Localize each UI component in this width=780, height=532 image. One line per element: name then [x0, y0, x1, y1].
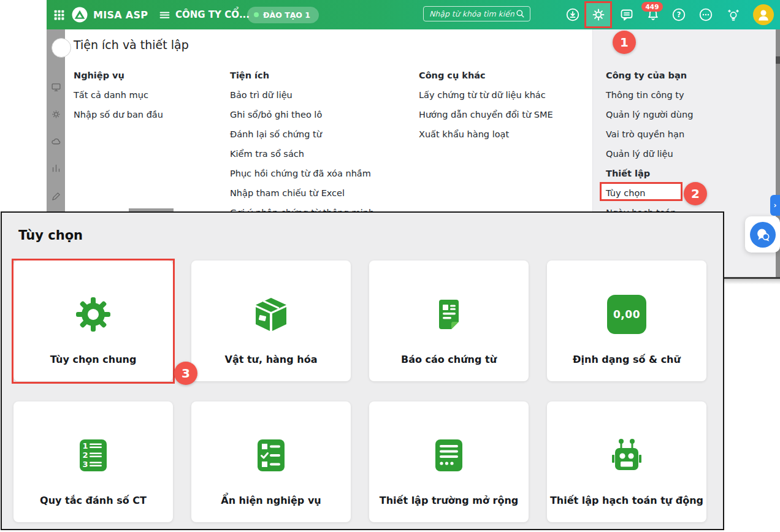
svg-text:1: 1: [82, 441, 88, 450]
annotation-step-1: 1: [613, 31, 636, 54]
menu-item-quan-ly-du-lieu[interactable]: Quản lý dữ liệu: [606, 144, 693, 164]
section-header: Thiết lập: [606, 164, 693, 183]
company-name[interactable]: CÔNG TY CỔ...: [175, 0, 250, 29]
expand-side-tab[interactable]: ›: [770, 195, 780, 216]
menu-item[interactable]: Lấy chứng từ từ dữ liệu khác: [419, 85, 553, 105]
apps-grid-icon[interactable]: [53, 0, 66, 29]
column-header: Công cụ khác: [419, 66, 553, 85]
card-thiet-lap-hach-toan-tu-dong[interactable]: Thiết lập hạch toán tự động: [547, 401, 706, 522]
card-label: Ẩn hiện nghiệp vụ: [191, 495, 351, 506]
document-icon: [369, 295, 529, 334]
card-quy-tac-danh-so-ct[interactable]: 1 2 3 Quy tắc đánh số CT: [13, 401, 173, 522]
pen-icon[interactable]: [51, 191, 61, 202]
search-input[interactable]: [429, 9, 514, 18]
card-dinh-dang-so-chu[interactable]: 0,00 Định dạng số & chữ: [547, 260, 706, 381]
dropdown-column-tien-ich: Tiện ích Bảo trì dữ liệuGhi sổ/bỏ ghi th…: [230, 66, 374, 222]
svg-text:3: 3: [82, 460, 88, 469]
annotation-box-gear: [584, 1, 612, 28]
search-box[interactable]: [423, 6, 530, 21]
robot-icon: [547, 436, 706, 475]
card-label: Thiết lập trường mở rộng: [369, 495, 529, 506]
column-header: Tiện ích: [230, 66, 374, 85]
number-format-icon: 0,00: [547, 295, 706, 334]
checklist-icon: [191, 436, 351, 475]
card-label: Vật tư, hàng hóa: [191, 354, 351, 365]
panel-collapse-button[interactable]: [52, 38, 71, 58]
menu-hamburger-icon[interactable]: [158, 0, 171, 29]
monitor-icon[interactable]: [51, 82, 61, 93]
user-avatar[interactable]: [753, 4, 774, 25]
misa-logo-icon: [72, 0, 88, 29]
card-label: Quy tắc đánh số CT: [13, 495, 173, 506]
menu-item[interactable]: Xuất khẩu hàng loạt: [419, 124, 553, 144]
numbered-list-icon: 1 2 3: [13, 436, 173, 475]
annotation-box-tuy-chon-chung: [12, 259, 175, 384]
box-3d-icon: [191, 295, 351, 334]
menu-item[interactable]: Đánh lại số chứng từ: [230, 124, 374, 144]
modal-title: Tùy chọn: [18, 228, 83, 243]
menu-item[interactable]: Tất cả danh mục: [74, 85, 163, 105]
search-icon[interactable]: [514, 8, 526, 20]
dropdown-title: Tiện ích và thiết lập: [74, 38, 189, 51]
menu-item[interactable]: Bảo trì dữ liệu: [230, 85, 374, 105]
more-options-icon[interactable]: [698, 7, 713, 22]
dropdown-column-cong-cu-khac: Công cụ khác Lấy chứng từ từ dữ liệu khá…: [419, 66, 553, 144]
messenger-icon[interactable]: [750, 222, 776, 248]
notification-count-badge: 449: [641, 2, 663, 12]
top-bar: MISA ASP CÔNG TY CỔ... ĐÀO TẠO 1: [47, 0, 780, 29]
svg-text:?: ?: [677, 10, 681, 19]
download-icon[interactable]: [565, 7, 580, 22]
menu-item-vai-tro-quyen-han[interactable]: Vai trò quyền hạn: [606, 124, 693, 144]
extended-fields-icon: [369, 436, 529, 475]
chart-icon[interactable]: [51, 163, 61, 173]
menu-item-quan-ly-nguoi-dung[interactable]: Quản lý người dùng: [606, 105, 693, 124]
screen: MISA ASP CÔNG TY CỔ... ĐÀO TẠO 1: [0, 0, 780, 532]
card-vat-tu-hang-hoa[interactable]: Vật tư, hàng hóa: [191, 260, 351, 381]
menu-item[interactable]: Phục hồi chứng từ đã xóa nhầm: [230, 164, 374, 183]
menu-item-thong-tin-cong-ty[interactable]: Thông tin công ty: [606, 85, 693, 105]
dropdown-column-nghiep-vu: Nghiệp vụ Tất cả danh mụcNhập số dư ban …: [74, 66, 163, 124]
gear-outline-icon[interactable]: [51, 109, 61, 120]
menu-item[interactable]: Nhập số dư ban đầu: [74, 105, 163, 124]
menu-item[interactable]: Hướng dẫn chuyển đổi từ SME: [419, 105, 553, 124]
support-chat-widget[interactable]: [745, 216, 780, 253]
chat-icon[interactable]: [619, 7, 634, 22]
whats-new-lamp-icon[interactable]: [726, 7, 741, 22]
menu-item-tuy-chon[interactable]: Tùy chọn: [606, 183, 693, 203]
menu-item[interactable]: Kiểm tra sổ sách: [230, 144, 374, 164]
card-bao-cao-chung-tu[interactable]: Báo cáo chứng từ: [369, 260, 529, 381]
chevron-right-icon: ›: [774, 201, 777, 210]
card-label: Thiết lập hạch toán tự động: [547, 495, 706, 506]
brand-name: MISA ASP: [93, 0, 148, 29]
cloud-icon[interactable]: [51, 136, 61, 146]
card-label: Định dạng số & chữ: [547, 354, 706, 365]
help-icon[interactable]: ?: [671, 7, 686, 22]
section-header: Công ty của bạn: [606, 66, 693, 85]
menu-item[interactable]: Nhập tham chiếu từ Excel: [230, 183, 374, 203]
environment-label: ĐÀO TẠO 1: [263, 10, 310, 20]
annotation-step-3: 3: [174, 362, 197, 385]
vertical-scrollbar-thumb[interactable]: [776, 56, 780, 64]
dropdown-right-menu: Công ty của bạn Thông tin công ty Quản l…: [606, 66, 693, 222]
card-label: Báo cáo chứng từ: [369, 354, 529, 365]
svg-text:2: 2: [82, 450, 88, 460]
card-an-hien-nghiep-vu[interactable]: Ẩn hiện nghiệp vụ: [191, 401, 351, 522]
status-dot: [254, 12, 259, 17]
card-thiet-lap-truong-mo-rong[interactable]: Thiết lập trường mở rộng: [369, 401, 529, 522]
environment-badge[interactable]: ĐÀO TẠO 1: [247, 0, 319, 29]
column-header: Nghiệp vụ: [74, 66, 163, 85]
annotation-step-2: 2: [684, 182, 707, 205]
menu-item[interactable]: Ghi sổ/bỏ ghi theo lô: [230, 105, 374, 124]
